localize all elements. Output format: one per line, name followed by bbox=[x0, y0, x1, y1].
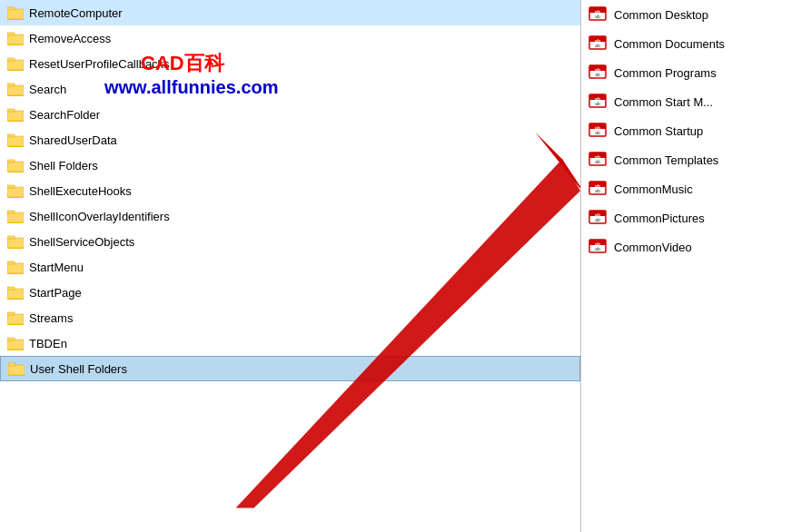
svg-rect-18 bbox=[7, 111, 24, 121]
svg-rect-31 bbox=[7, 185, 15, 188]
svg-rect-50 bbox=[7, 314, 24, 324]
item-label: TBDEn bbox=[29, 337, 67, 350]
item-label: RemoveAccess bbox=[29, 32, 111, 45]
svg-text:ab: ab bbox=[595, 43, 600, 48]
svg-rect-47 bbox=[7, 287, 15, 290]
folder-icon bbox=[7, 31, 24, 45]
item-label: ShellServiceObjects bbox=[29, 235, 134, 249]
svg-rect-26 bbox=[7, 162, 24, 172]
list-item[interactable]: ShellIconOverlayIdentifiers bbox=[0, 203, 580, 229]
folder-icon bbox=[7, 183, 24, 198]
item-label: StartMenu bbox=[29, 261, 84, 274]
svg-rect-7 bbox=[7, 33, 15, 35]
ab-icon: ab ab bbox=[588, 209, 608, 227]
svg-rect-3 bbox=[7, 7, 15, 10]
svg-rect-19 bbox=[7, 109, 15, 112]
svg-rect-27 bbox=[7, 160, 15, 163]
right-item-label: CommonVideo bbox=[614, 241, 692, 254]
ab-icon: ab ab bbox=[588, 93, 608, 111]
svg-rect-23 bbox=[7, 134, 15, 137]
item-label: Search bbox=[29, 83, 66, 96]
svg-text:ab: ab bbox=[595, 246, 600, 251]
right-item-label: Common Templates bbox=[614, 153, 718, 167]
right-list-item[interactable]: ab ab CommonMusic bbox=[581, 174, 797, 203]
svg-rect-43 bbox=[7, 261, 15, 264]
left-tree-panel: RemoteComputer RemoveAccess ResetUserPro… bbox=[0, 0, 581, 532]
svg-text:ab: ab bbox=[595, 159, 600, 164]
svg-text:ab: ab bbox=[595, 72, 600, 77]
list-item[interactable]: RemoveAccess bbox=[0, 25, 580, 51]
item-label: User Shell Folders bbox=[30, 362, 127, 376]
svg-rect-51 bbox=[7, 312, 15, 315]
folder-icon bbox=[7, 336, 24, 350]
folder-icon bbox=[7, 260, 24, 274]
left-list[interactable]: RemoteComputer RemoveAccess ResetUserPro… bbox=[0, 0, 580, 532]
list-item[interactable]: Streams bbox=[0, 305, 580, 330]
svg-rect-59 bbox=[8, 363, 15, 366]
svg-rect-34 bbox=[7, 212, 24, 222]
svg-rect-30 bbox=[7, 187, 24, 197]
right-list-item[interactable]: ab ab Common Templates bbox=[581, 145, 797, 174]
svg-rect-55 bbox=[7, 338, 15, 340]
item-label: SearchFolder bbox=[29, 108, 100, 122]
folder-icon bbox=[7, 234, 24, 249]
folder-icon bbox=[7, 158, 24, 172]
ab-icon: ab ab bbox=[588, 151, 608, 169]
folder-icon bbox=[7, 209, 24, 223]
list-item[interactable]: Search bbox=[0, 76, 580, 102]
list-item[interactable]: StartMenu bbox=[0, 254, 580, 280]
list-item[interactable]: TBDEn bbox=[0, 330, 580, 356]
right-item-label: Common Startup bbox=[614, 124, 703, 138]
svg-rect-10 bbox=[7, 60, 24, 70]
right-list-item[interactable]: ab ab Common Programs bbox=[581, 58, 797, 87]
list-item[interactable]: SharedUserData bbox=[0, 127, 580, 153]
item-label: Shell Folders bbox=[29, 159, 98, 172]
svg-rect-38 bbox=[7, 238, 24, 248]
svg-rect-11 bbox=[7, 58, 15, 61]
right-list-item[interactable]: ab ab Common Start M... bbox=[581, 87, 797, 116]
svg-rect-39 bbox=[7, 236, 15, 239]
svg-text:ab: ab bbox=[595, 14, 600, 19]
svg-rect-46 bbox=[7, 289, 24, 299]
right-item-label: Common Documents bbox=[614, 37, 725, 51]
right-list-item[interactable]: ab ab Common Startup bbox=[581, 116, 797, 145]
folder-icon bbox=[8, 361, 25, 376]
item-label: ResetUserProfileCallbacks bbox=[29, 57, 170, 71]
list-item[interactable]: RemoteComputer bbox=[0, 0, 580, 25]
svg-rect-42 bbox=[7, 263, 24, 273]
list-item[interactable]: User Shell Folders bbox=[0, 356, 580, 381]
svg-rect-15 bbox=[7, 84, 15, 86]
folder-icon bbox=[7, 107, 24, 122]
folder-icon bbox=[7, 285, 24, 300]
item-label: ShellExecuteHooks bbox=[29, 184, 132, 198]
svg-rect-54 bbox=[7, 340, 24, 350]
right-item-label: CommonPictures bbox=[614, 212, 705, 225]
ab-icon: ab ab bbox=[588, 64, 608, 82]
list-item[interactable]: StartPage bbox=[0, 280, 580, 305]
right-item-label: Common Desktop bbox=[614, 8, 708, 22]
right-item-label: Common Programs bbox=[614, 66, 717, 80]
folder-icon bbox=[7, 82, 24, 96]
svg-text:ab: ab bbox=[595, 217, 600, 222]
folder-icon bbox=[7, 310, 24, 325]
right-list-item[interactable]: ab ab CommonPictures bbox=[581, 203, 797, 232]
ab-icon: ab ab bbox=[588, 238, 608, 256]
svg-rect-6 bbox=[7, 34, 24, 44]
right-list-item[interactable]: ab ab Common Desktop bbox=[581, 0, 797, 29]
ab-icon: ab ab bbox=[588, 34, 608, 53]
item-label: StartPage bbox=[29, 286, 82, 300]
right-list-item[interactable]: ab ab Common Documents bbox=[581, 29, 797, 58]
list-item[interactable]: ShellExecuteHooks bbox=[0, 178, 580, 203]
list-item[interactable]: ShellServiceObjects bbox=[0, 229, 580, 254]
right-item-label: CommonMusic bbox=[614, 182, 693, 196]
list-item[interactable]: SearchFolder bbox=[0, 102, 580, 127]
ab-icon: ab ab bbox=[588, 122, 608, 140]
list-item[interactable]: ResetUserProfileCallbacks bbox=[0, 51, 580, 76]
ab-icon: ab ab bbox=[588, 180, 608, 198]
right-list-item[interactable]: ab ab CommonVideo bbox=[581, 232, 797, 261]
svg-rect-2 bbox=[7, 9, 24, 19]
right-item-label: Common Start M... bbox=[614, 95, 713, 109]
list-item[interactable]: Shell Folders bbox=[0, 153, 580, 178]
right-list[interactable]: ab ab Common Desktop ab ab Common Docume… bbox=[581, 0, 801, 532]
svg-rect-35 bbox=[7, 211, 15, 213]
